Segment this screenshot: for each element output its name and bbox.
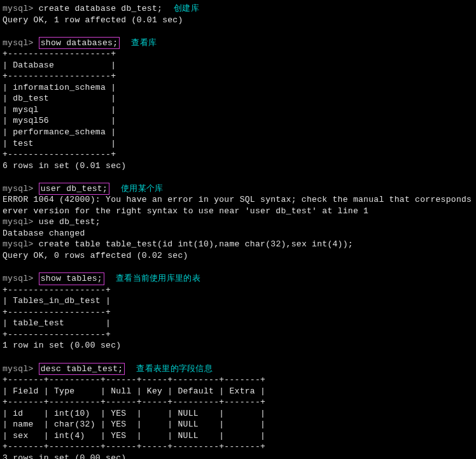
blank-line [3,171,473,183]
highlighted-command: desc table_test; [39,363,125,376]
table-border: +-------------------+ [3,285,473,296]
table-border: +-------+----------+------+-----+-------… [3,374,473,386]
sql-command: use db_test; [39,217,101,227]
sql-command: create database db_test; [39,4,162,13]
cmd-create-db: mysql> create database db_test;创建库 [3,3,473,15]
cmd-create-table: mysql> create table table_test(id int(10… [3,239,473,250]
table-row: | information_schema | [3,82,473,94]
blank-line [3,351,473,363]
table-border: +--------------------+ [3,48,473,60]
table-row: | name | char(32) | YES | | NULL | | [3,419,473,430]
error-line: erver version for the right syntax to us… [3,206,473,217]
mysql-prompt: mysql> [3,274,39,283]
annotation-show-tables: 查看当前使用库里的表 [116,273,200,283]
cmd-show-databases: mysql> show databases;查看库 [3,37,473,49]
sql-command: create table table_test(id int(10),name … [39,239,353,249]
annotation-create-db: 创建库 [174,3,199,13]
table-border: +-------------------+ [3,307,473,318]
table-row: | test | [3,138,473,150]
table-border: +-------------------+ [3,329,473,341]
table-header: | Field | Type | Null | Key | Default | … [3,386,473,397]
table-row: | id | int(10) | YES | | NULL | | [3,408,473,420]
annotation-use-db: 使用某个库 [121,183,164,193]
terminal-output: mysql> create database db_test;创建库 Query… [3,3,473,459]
table-row: | db_test | [3,93,473,104]
cmd-show-tables: mysql> show tables;查看当前使用库里的表 [3,272,473,285]
highlighted-command: show tables; [39,272,104,285]
table-header: | Tables_in_db_test | [3,295,473,307]
table-row: | mysql56 | [3,115,473,127]
table-border: +--------------------+ [3,71,473,82]
cmd-user-db: mysql> user db_test;使用某个库 [3,183,473,195]
result-summary: 6 rows in set (0.01 sec) [3,160,473,172]
table-row: | sex | int(4) | YES | | NULL | | [3,430,473,442]
cmd-desc-table: mysql> desc table_test;查看表里的字段信息 [3,363,473,375]
mysql-prompt: mysql> [3,239,39,249]
table-row: | performance_schema | [3,127,473,138]
mysql-prompt: mysql> [3,364,39,374]
annotation-desc: 查看表里的字段信息 [136,364,213,373]
db-changed: Database changed [3,228,473,239]
table-border: +-------+----------+------+-----+-------… [3,441,473,453]
mysql-prompt: mysql> [3,217,39,227]
table-border: +-------+----------+------+-----+-------… [3,397,473,408]
annotation-show-db: 查看库 [131,38,157,47]
result-summary: 1 row in set (0.00 sec) [3,340,473,351]
mysql-prompt: mysql> [3,4,39,13]
table-border: +--------------------+ [3,149,473,160]
table-header: | Database | [3,60,473,71]
cmd-use-db: mysql> use db_test; [3,216,473,228]
query-ok: Query OK, 1 row affected (0.01 sec) [3,15,473,26]
highlighted-command: show databases; [39,37,120,50]
table-row: | mysql | [3,104,473,116]
table-row: | table_test | [3,318,473,329]
highlighted-command: user db_test; [39,183,109,195]
result-summary: 3 rows in set (0.00 sec) [3,453,473,459]
query-ok: Query OK, 0 rows affected (0.02 sec) [3,250,473,262]
error-line: ERROR 1064 (42000): You have an error in… [3,194,473,206]
blank-line [3,262,473,273]
mysql-prompt: mysql> [3,38,39,48]
blank-line [3,25,473,37]
mysql-prompt: mysql> [3,184,39,194]
